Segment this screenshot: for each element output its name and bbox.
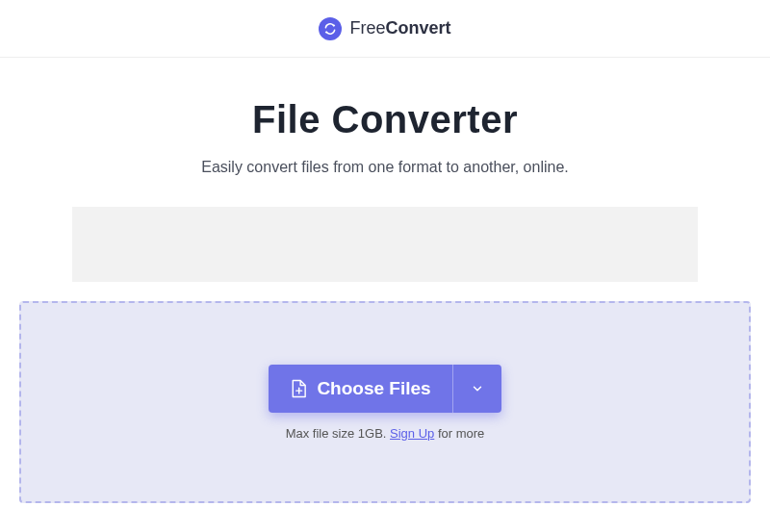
file-size-info: Max file size 1GB. Sign Up for more [286,426,485,441]
logo[interactable]: FreeConvert [319,17,450,40]
page-title: File Converter [0,98,770,141]
chevron-down-icon [471,382,484,395]
page-subtitle: Easily convert files from one format to … [0,159,770,176]
svg-marker-1 [325,30,327,34]
choose-files-dropdown-button[interactable] [453,365,501,413]
hero-section: File Converter Easily convert files from… [0,58,770,176]
info-prefix: Max file size 1GB. [286,426,390,441]
file-add-icon [290,379,307,398]
logo-suffix: Convert [386,18,451,38]
choose-files-button[interactable]: Choose Files [269,365,452,413]
convert-icon [319,17,342,40]
file-dropzone[interactable]: Choose Files Max file size 1GB. Sign Up … [19,301,751,503]
choose-files-label: Choose Files [317,378,430,399]
header: FreeConvert [0,0,770,58]
logo-prefix: Free [349,18,385,38]
svg-marker-0 [334,23,336,27]
info-suffix: for more [434,426,484,441]
choose-files-group: Choose Files [269,365,500,413]
logo-text: FreeConvert [349,18,450,38]
ad-placeholder [72,207,698,282]
signup-link[interactable]: Sign Up [390,426,434,441]
